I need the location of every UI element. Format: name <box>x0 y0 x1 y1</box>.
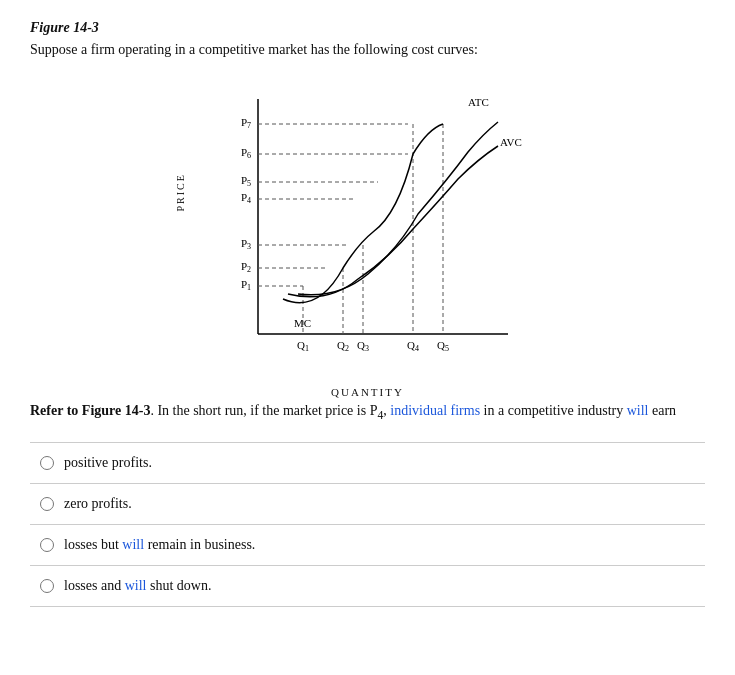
option-losses-remain[interactable]: losses but will remain in business. <box>30 525 705 566</box>
option-zero-profits[interactable]: zero profits. <box>30 484 705 525</box>
svg-text:Q1: Q1 <box>297 339 309 353</box>
svg-text:AVC: AVC <box>500 136 522 148</box>
svg-text:P4: P4 <box>240 191 250 205</box>
figure-description: Suppose a firm operating in a competitiv… <box>30 42 705 58</box>
option-losses-shutdown[interactable]: losses and will shut down. <box>30 566 705 607</box>
label-positive-profits: positive profits. <box>64 455 152 471</box>
svg-text:Q4: Q4 <box>407 339 419 353</box>
options-container: positive profits. zero profits. losses b… <box>30 442 705 607</box>
svg-text:MC: MC <box>294 317 311 329</box>
radio-losses-shutdown[interactable] <box>40 579 54 593</box>
svg-text:P6: P6 <box>240 146 250 160</box>
label-losses-remain: losses but will remain in business. <box>64 537 255 553</box>
svg-text:P7: P7 <box>240 116 250 130</box>
svg-text:P1: P1 <box>240 278 250 292</box>
svg-text:ATC: ATC <box>468 96 489 108</box>
svg-text:Q3: Q3 <box>357 339 369 353</box>
svg-text:Q2: Q2 <box>337 339 349 353</box>
svg-text:P3: P3 <box>240 237 250 251</box>
question-reference: Refer to Figure 14-3 <box>30 403 150 418</box>
x-axis-label: QUANTITY <box>198 386 538 398</box>
radio-zero-profits[interactable] <box>40 497 54 511</box>
svg-text:P5: P5 <box>240 174 250 188</box>
label-losses-shutdown: losses and will shut down. <box>64 578 211 594</box>
figure-label: Figure 14-3 <box>30 20 705 36</box>
label-zero-profits: zero profits. <box>64 496 132 512</box>
radio-positive-profits[interactable] <box>40 456 54 470</box>
chart-svg: P7 P6 P5 P4 P3 P2 P1 <box>198 76 538 382</box>
radio-losses-remain[interactable] <box>40 538 54 552</box>
y-axis-label: PRICE <box>174 173 185 211</box>
option-positive-profits[interactable]: positive profits. <box>30 443 705 484</box>
svg-text:P2: P2 <box>240 260 250 274</box>
chart-area: PRICE P7 P6 P5 P4 P3 P2 P1 <box>30 76 705 382</box>
question-body: . In the short run, if the market price … <box>150 403 676 418</box>
svg-text:Q5: Q5 <box>437 339 449 353</box>
